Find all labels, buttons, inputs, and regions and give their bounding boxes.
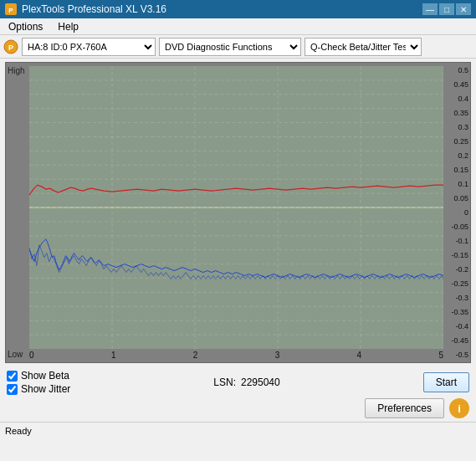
menubar: Options Help <box>0 18 476 35</box>
menu-options[interactable]: Options <box>3 19 48 34</box>
titlebar-controls: — □ ✕ <box>422 3 471 15</box>
lsn-value: 2295040 <box>241 376 280 388</box>
function-select[interactable]: DVD Diagnostic Functions <box>159 38 301 56</box>
toolbar: P HA:8 ID:0 PX-760A DVD Diagnostic Funct… <box>0 35 476 59</box>
statusbar: Ready <box>0 422 476 438</box>
titlebar: P PlexTools Professional XL V3.16 — □ ✕ <box>0 0 476 18</box>
info-button[interactable]: i <box>449 398 469 418</box>
show-beta-checkbox[interactable] <box>7 371 18 382</box>
show-jitter-checkbox[interactable] <box>7 384 18 395</box>
chart-container: High Low 0.5 0.45 0.4 0.35 0.3 0.25 0.2 … <box>5 62 471 363</box>
show-beta-row: Show Beta <box>7 370 70 382</box>
drive-icon: P <box>3 39 18 54</box>
test-select[interactable]: Q-Check Beta/Jitter Test <box>305 38 422 56</box>
chart-svg <box>29 66 443 349</box>
lsn-area: LSN: 2295040 <box>213 376 279 388</box>
y-label-high: High <box>8 66 28 75</box>
drive-select[interactable]: HA:8 ID:0 PX-760A <box>22 38 156 56</box>
preferences-row: Preferences i <box>0 398 476 422</box>
maximize-button[interactable]: □ <box>439 3 454 15</box>
svg-text:P: P <box>8 44 13 52</box>
lsn-label: LSN: <box>213 376 236 388</box>
status-text: Ready <box>5 426 32 436</box>
chart-y-left: High Low <box>6 63 29 362</box>
show-jitter-row: Show Jitter <box>7 383 70 395</box>
menu-help[interactable]: Help <box>53 19 84 34</box>
show-beta-label: Show Beta <box>21 370 69 382</box>
bottom-controls: Show Beta Show Jitter LSN: 2295040 Start <box>0 365 476 398</box>
chart-plot <box>29 66 443 349</box>
right-buttons: Start <box>423 372 469 392</box>
y-label-low: Low <box>8 350 28 359</box>
app-title: PlexTools Professional XL V3.16 <box>22 3 166 15</box>
minimize-button[interactable]: — <box>422 3 438 15</box>
chart-y-right: 0.5 0.45 0.4 0.35 0.3 0.25 0.2 0.15 0.1 … <box>443 63 470 362</box>
preferences-button[interactable]: Preferences <box>365 398 444 418</box>
start-button[interactable]: Start <box>423 372 469 392</box>
titlebar-left: P PlexTools Professional XL V3.16 <box>5 3 166 15</box>
show-jitter-label: Show Jitter <box>21 383 70 395</box>
chart-x-labels: 0 1 2 3 4 5 <box>29 349 443 362</box>
svg-text:P: P <box>8 7 13 14</box>
checkboxes: Show Beta Show Jitter <box>7 370 70 395</box>
app-icon: P <box>5 3 17 15</box>
close-button[interactable]: ✕ <box>456 3 471 15</box>
